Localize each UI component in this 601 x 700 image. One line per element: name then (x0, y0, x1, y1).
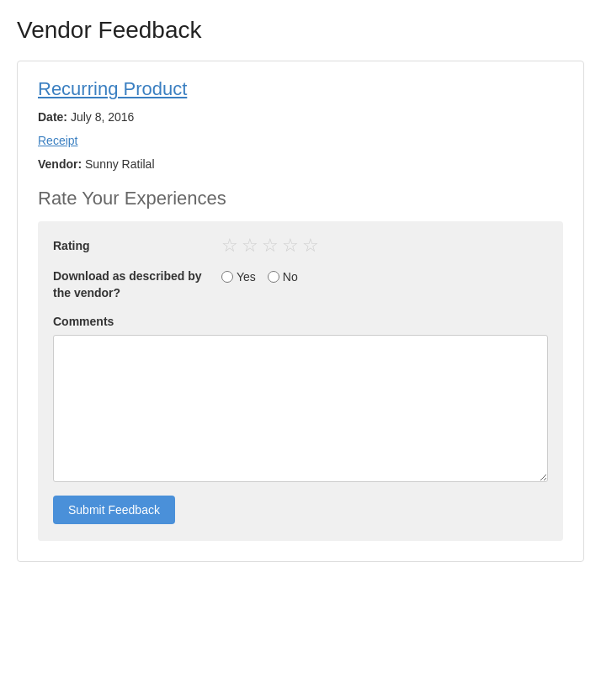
star-5[interactable]: ☆ (302, 236, 319, 255)
star-4[interactable]: ☆ (282, 236, 299, 255)
vendor-label: Vendor: (38, 157, 82, 171)
star-1[interactable]: ☆ (221, 236, 238, 255)
date-label: Date: (38, 110, 67, 124)
submit-feedback-button[interactable]: Submit Feedback (53, 496, 175, 524)
star-2[interactable]: ☆ (242, 236, 258, 255)
download-label-line2: the vendor? (53, 286, 120, 300)
yes-radio-label[interactable]: Yes (221, 270, 256, 284)
rate-experiences-heading: Rate Your Experiences (38, 188, 563, 209)
download-radio-group: Yes No (221, 270, 298, 284)
feedback-card: Recurring Product Date: July 8, 2016 Rec… (17, 61, 584, 562)
date-value: July 8, 2016 (71, 110, 135, 124)
rating-row: Rating ☆ ☆ ☆ ☆ ☆ (53, 236, 548, 255)
receipt-link[interactable]: Receipt (38, 134, 563, 147)
vendor-line: Vendor: Sunny Ratilal (38, 157, 563, 171)
date-line: Date: July 8, 2016 (38, 110, 563, 124)
no-radio[interactable] (268, 271, 279, 283)
comments-section: Comments (53, 315, 548, 482)
download-label-line1: Download as described by (53, 269, 202, 283)
yes-label: Yes (237, 270, 256, 284)
product-link[interactable]: Recurring Product (38, 78, 563, 100)
rating-label: Rating (53, 239, 221, 252)
feedback-form-box: Rating ☆ ☆ ☆ ☆ ☆ Download as described b… (38, 221, 563, 541)
star-rating[interactable]: ☆ ☆ ☆ ☆ ☆ (221, 236, 319, 255)
download-row: Download as described by the vendor? Yes… (53, 268, 548, 301)
no-label: No (283, 270, 298, 284)
comments-label: Comments (53, 315, 548, 328)
yes-radio[interactable] (221, 271, 233, 283)
page-title: Vendor Feedback (17, 17, 584, 44)
download-label: Download as described by the vendor? (53, 268, 221, 301)
comments-textarea[interactable] (53, 335, 548, 482)
star-3[interactable]: ☆ (262, 236, 279, 255)
vendor-name: Sunny Ratilal (85, 157, 155, 171)
no-radio-label[interactable]: No (268, 270, 298, 284)
